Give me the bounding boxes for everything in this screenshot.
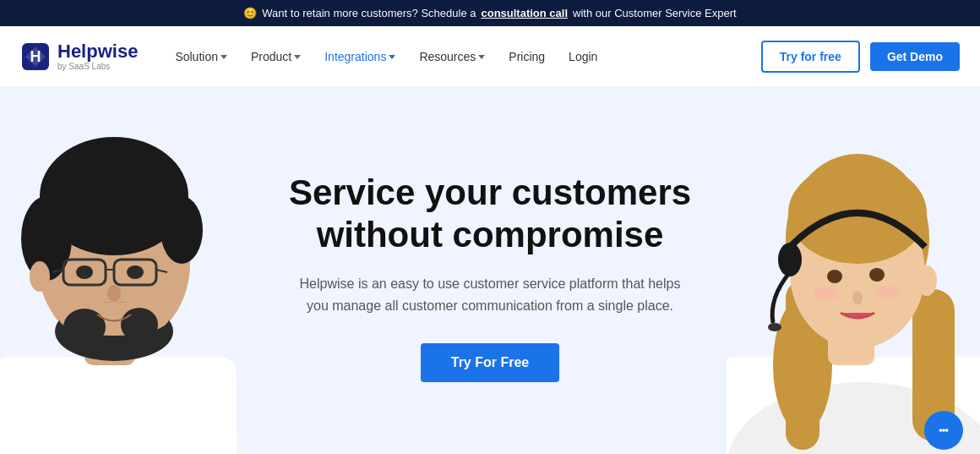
nav-links: Solution Product Integrations Resources … <box>165 43 760 70</box>
hero-section: Service your customers without compromis… <box>0 87 980 454</box>
hero-title: Service your customers without compromis… <box>287 172 693 257</box>
announcement-banner: 😊 Want to retain more customers? Schedul… <box>0 0 980 26</box>
nav-item-resources[interactable]: Resources <box>409 43 495 70</box>
svg-point-36 <box>852 291 863 304</box>
get-demo-button[interactable]: Get Demo <box>870 42 960 71</box>
hero-subtitle: Helpwise is an easy to use customer serv… <box>287 273 693 316</box>
svg-point-9 <box>161 196 203 264</box>
logo-sub: by SaaS Labs <box>57 62 138 71</box>
nav-item-product[interactable]: Product <box>241 43 311 70</box>
svg-point-19 <box>76 265 93 279</box>
banner-emoji: 😊 <box>243 7 257 19</box>
svg-point-35 <box>869 268 885 282</box>
navbar: H Helpwise by SaaS Labs Solution Product… <box>0 26 980 87</box>
nav-item-pricing[interactable]: Pricing <box>498 43 555 70</box>
chevron-down-icon <box>478 55 485 59</box>
nav-item-solution[interactable]: Solution <box>165 43 237 70</box>
banner-text: Want to retain more customers? Schedule … <box>262 7 476 19</box>
svg-point-38 <box>874 285 900 298</box>
svg-point-17 <box>63 309 106 346</box>
nav-item-integrations[interactable]: Integrations <box>314 43 406 70</box>
try-for-free-button[interactable]: Try for free <box>761 41 860 73</box>
banner-link[interactable]: consultation call <box>481 7 568 19</box>
chat-widget-button[interactable] <box>924 411 963 450</box>
svg-point-32 <box>778 243 802 276</box>
svg-point-34 <box>827 270 842 283</box>
banner-text2: with our Customer Service Expert <box>573 7 737 19</box>
man-illustration <box>0 103 287 454</box>
chevron-down-icon <box>220 55 227 59</box>
hero-content: Service your customers without compromis… <box>270 155 710 400</box>
nav-item-login[interactable]: Login <box>558 43 607 70</box>
logo-name: Helpwise <box>57 41 138 62</box>
svg-point-39 <box>917 265 937 296</box>
logo-text: Helpwise by SaaS Labs <box>57 41 138 71</box>
chevron-down-icon <box>389 55 395 59</box>
chat-icon <box>934 421 953 440</box>
svg-point-33 <box>768 323 781 331</box>
svg-point-41 <box>942 429 945 432</box>
hero-cta-button[interactable]: Try For Free <box>421 343 559 382</box>
svg-point-37 <box>814 287 839 300</box>
logo[interactable]: H Helpwise by SaaS Labs <box>20 41 138 72</box>
svg-point-22 <box>30 261 50 292</box>
svg-text:H: H <box>30 48 41 65</box>
svg-point-21 <box>107 285 121 302</box>
chevron-down-icon <box>294 55 301 59</box>
svg-point-40 <box>939 429 943 432</box>
svg-point-20 <box>127 265 144 279</box>
svg-point-42 <box>945 429 949 432</box>
woman-illustration <box>727 112 980 454</box>
helpwise-logo-icon: H <box>20 41 51 72</box>
svg-point-18 <box>121 308 158 342</box>
nav-right: Try for free Get Demo <box>761 41 960 73</box>
svg-rect-4 <box>0 357 237 454</box>
